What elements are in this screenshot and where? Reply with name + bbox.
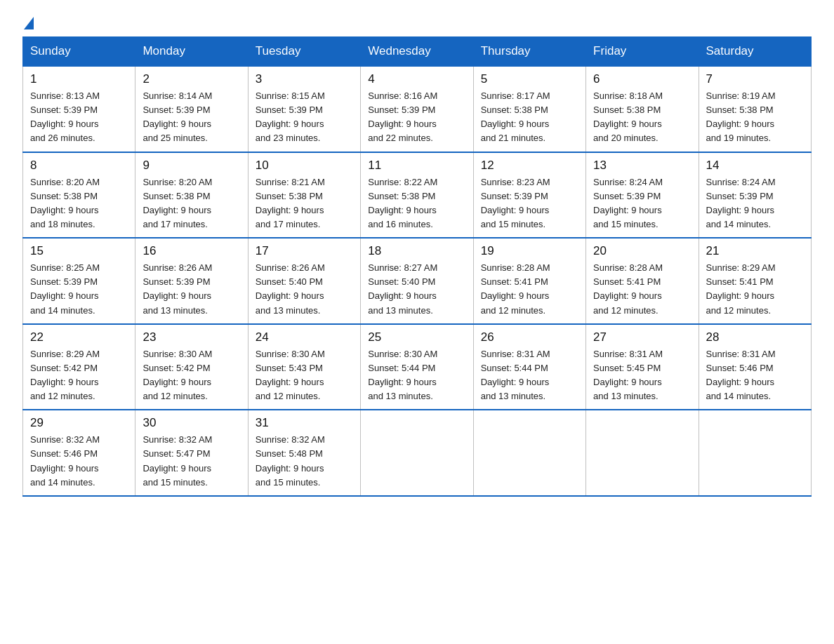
day-number: 22 xyxy=(30,330,128,344)
calendar-header-tuesday: Tuesday xyxy=(248,37,360,67)
calendar-cell: 23 Sunrise: 8:30 AMSunset: 5:42 PMDaylig… xyxy=(135,324,248,410)
day-info: Sunrise: 8:16 AMSunset: 5:39 PMDaylight:… xyxy=(368,90,437,143)
calendar-cell: 22 Sunrise: 8:29 AMSunset: 5:42 PMDaylig… xyxy=(23,324,135,410)
calendar-cell xyxy=(586,410,699,496)
day-number: 5 xyxy=(481,72,578,86)
calendar-table: SundayMondayTuesdayWednesdayThursdayFrid… xyxy=(22,36,812,497)
day-number: 19 xyxy=(481,244,578,258)
day-number: 24 xyxy=(256,330,353,344)
calendar-week-row: 29 Sunrise: 8:32 AMSunset: 5:46 PMDaylig… xyxy=(23,410,812,496)
calendar-cell: 24 Sunrise: 8:30 AMSunset: 5:43 PMDaylig… xyxy=(248,324,360,410)
day-number: 11 xyxy=(368,159,465,173)
calendar-cell: 2 Sunrise: 8:14 AMSunset: 5:39 PMDayligh… xyxy=(135,66,248,152)
day-info: Sunrise: 8:30 AMSunset: 5:42 PMDaylight:… xyxy=(143,349,212,401)
calendar-cell: 16 Sunrise: 8:26 AMSunset: 5:39 PMDaylig… xyxy=(135,238,248,324)
calendar-cell: 19 Sunrise: 8:28 AMSunset: 5:41 PMDaylig… xyxy=(473,238,585,324)
calendar-cell: 12 Sunrise: 8:23 AMSunset: 5:39 PMDaylig… xyxy=(473,152,585,239)
day-info: Sunrise: 8:30 AMSunset: 5:44 PMDaylight:… xyxy=(368,349,437,401)
day-number: 14 xyxy=(706,159,804,173)
calendar-cell: 10 Sunrise: 8:21 AMSunset: 5:38 PMDaylig… xyxy=(248,152,360,239)
calendar-cell: 27 Sunrise: 8:31 AMSunset: 5:45 PMDaylig… xyxy=(586,324,699,410)
day-number: 31 xyxy=(256,416,353,430)
logo xyxy=(22,17,35,28)
day-number: 17 xyxy=(256,244,353,258)
calendar-cell: 28 Sunrise: 8:31 AMSunset: 5:46 PMDaylig… xyxy=(699,324,811,410)
day-info: Sunrise: 8:14 AMSunset: 5:39 PMDaylight:… xyxy=(143,90,212,143)
day-info: Sunrise: 8:31 AMSunset: 5:44 PMDaylight:… xyxy=(481,349,550,401)
calendar-header-row: SundayMondayTuesdayWednesdayThursdayFrid… xyxy=(23,37,812,67)
day-info: Sunrise: 8:28 AMSunset: 5:41 PMDaylight:… xyxy=(481,262,550,315)
day-number: 27 xyxy=(593,330,691,344)
calendar-cell: 13 Sunrise: 8:24 AMSunset: 5:39 PMDaylig… xyxy=(586,152,699,239)
day-number: 15 xyxy=(30,244,128,258)
calendar-cell: 3 Sunrise: 8:15 AMSunset: 5:39 PMDayligh… xyxy=(248,66,360,152)
calendar-cell: 21 Sunrise: 8:29 AMSunset: 5:41 PMDaylig… xyxy=(699,238,811,324)
calendar-cell: 7 Sunrise: 8:19 AMSunset: 5:38 PMDayligh… xyxy=(699,66,811,152)
day-number: 21 xyxy=(706,244,804,258)
day-number: 30 xyxy=(143,416,240,430)
day-info: Sunrise: 8:20 AMSunset: 5:38 PMDaylight:… xyxy=(143,177,212,229)
calendar-cell: 25 Sunrise: 8:30 AMSunset: 5:44 PMDaylig… xyxy=(361,324,473,410)
day-info: Sunrise: 8:29 AMSunset: 5:42 PMDaylight:… xyxy=(30,349,100,401)
calendar-cell: 14 Sunrise: 8:24 AMSunset: 5:39 PMDaylig… xyxy=(699,152,811,239)
calendar-cell xyxy=(699,410,811,496)
day-info: Sunrise: 8:18 AMSunset: 5:38 PMDaylight:… xyxy=(593,90,663,143)
day-number: 12 xyxy=(481,159,578,173)
calendar-cell: 9 Sunrise: 8:20 AMSunset: 5:38 PMDayligh… xyxy=(135,152,248,239)
day-info: Sunrise: 8:17 AMSunset: 5:38 PMDaylight:… xyxy=(481,90,550,143)
calendar-header-sunday: Sunday xyxy=(23,37,135,67)
calendar-week-row: 22 Sunrise: 8:29 AMSunset: 5:42 PMDaylig… xyxy=(23,324,812,410)
day-info: Sunrise: 8:24 AMSunset: 5:39 PMDaylight:… xyxy=(593,177,663,229)
day-number: 28 xyxy=(706,330,804,344)
day-number: 16 xyxy=(143,244,240,258)
day-info: Sunrise: 8:29 AMSunset: 5:41 PMDaylight:… xyxy=(706,262,776,315)
day-info: Sunrise: 8:32 AMSunset: 5:47 PMDaylight:… xyxy=(143,434,212,487)
day-info: Sunrise: 8:30 AMSunset: 5:43 PMDaylight:… xyxy=(256,349,325,401)
day-number: 25 xyxy=(368,330,465,344)
day-info: Sunrise: 8:19 AMSunset: 5:38 PMDaylight:… xyxy=(706,90,776,143)
calendar-cell: 31 Sunrise: 8:32 AMSunset: 5:48 PMDaylig… xyxy=(248,410,360,496)
page-header xyxy=(22,17,812,28)
calendar-cell: 6 Sunrise: 8:18 AMSunset: 5:38 PMDayligh… xyxy=(586,66,699,152)
calendar-header-saturday: Saturday xyxy=(699,37,811,67)
calendar-header-monday: Monday xyxy=(135,37,248,67)
day-number: 9 xyxy=(143,159,240,173)
calendar-cell: 11 Sunrise: 8:22 AMSunset: 5:38 PMDaylig… xyxy=(361,152,473,239)
calendar-cell: 15 Sunrise: 8:25 AMSunset: 5:39 PMDaylig… xyxy=(23,238,135,324)
day-info: Sunrise: 8:31 AMSunset: 5:46 PMDaylight:… xyxy=(706,349,776,401)
day-number: 4 xyxy=(368,72,465,86)
calendar-header-wednesday: Wednesday xyxy=(361,37,473,67)
day-info: Sunrise: 8:24 AMSunset: 5:39 PMDaylight:… xyxy=(706,177,776,229)
calendar-cell xyxy=(361,410,473,496)
day-info: Sunrise: 8:31 AMSunset: 5:45 PMDaylight:… xyxy=(593,349,663,401)
calendar-cell: 8 Sunrise: 8:20 AMSunset: 5:38 PMDayligh… xyxy=(23,152,135,239)
day-number: 18 xyxy=(368,244,465,258)
day-info: Sunrise: 8:15 AMSunset: 5:39 PMDaylight:… xyxy=(256,90,325,143)
calendar-cell: 29 Sunrise: 8:32 AMSunset: 5:46 PMDaylig… xyxy=(23,410,135,496)
day-info: Sunrise: 8:32 AMSunset: 5:46 PMDaylight:… xyxy=(30,434,100,487)
calendar-cell: 17 Sunrise: 8:26 AMSunset: 5:40 PMDaylig… xyxy=(248,238,360,324)
day-info: Sunrise: 8:26 AMSunset: 5:40 PMDaylight:… xyxy=(256,262,325,315)
day-info: Sunrise: 8:13 AMSunset: 5:39 PMDaylight:… xyxy=(30,90,100,143)
day-info: Sunrise: 8:21 AMSunset: 5:38 PMDaylight:… xyxy=(256,177,325,229)
day-number: 20 xyxy=(593,244,691,258)
calendar-cell: 18 Sunrise: 8:27 AMSunset: 5:40 PMDaylig… xyxy=(361,238,473,324)
day-info: Sunrise: 8:23 AMSunset: 5:39 PMDaylight:… xyxy=(481,177,550,229)
day-number: 29 xyxy=(30,416,128,430)
day-info: Sunrise: 8:20 AMSunset: 5:38 PMDaylight:… xyxy=(30,177,100,229)
day-info: Sunrise: 8:22 AMSunset: 5:38 PMDaylight:… xyxy=(368,177,437,229)
day-info: Sunrise: 8:26 AMSunset: 5:39 PMDaylight:… xyxy=(143,262,212,315)
calendar-week-row: 1 Sunrise: 8:13 AMSunset: 5:39 PMDayligh… xyxy=(23,66,812,152)
calendar-week-row: 8 Sunrise: 8:20 AMSunset: 5:38 PMDayligh… xyxy=(23,152,812,239)
calendar-cell: 30 Sunrise: 8:32 AMSunset: 5:47 PMDaylig… xyxy=(135,410,248,496)
day-number: 2 xyxy=(143,72,240,86)
day-number: 26 xyxy=(481,330,578,344)
calendar-header-friday: Friday xyxy=(586,37,699,67)
calendar-cell: 20 Sunrise: 8:28 AMSunset: 5:41 PMDaylig… xyxy=(586,238,699,324)
day-number: 23 xyxy=(143,330,240,344)
day-number: 6 xyxy=(593,72,691,86)
calendar-cell xyxy=(473,410,585,496)
calendar-cell: 5 Sunrise: 8:17 AMSunset: 5:38 PMDayligh… xyxy=(473,66,585,152)
day-number: 3 xyxy=(256,72,353,86)
logo-triangle-icon xyxy=(24,17,34,29)
